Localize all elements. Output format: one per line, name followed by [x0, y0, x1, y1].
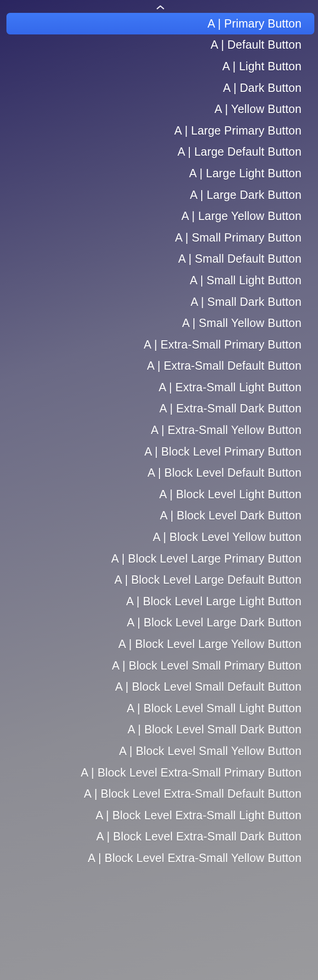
menu-item-label: A | Block Level Large Primary Button	[111, 552, 301, 565]
menu-item[interactable]: A | Large Primary Button	[6, 120, 314, 141]
menu-item-label: A | Small Default Button	[178, 252, 301, 265]
menu-item[interactable]: A | Yellow Button	[6, 98, 314, 120]
menu-item-label: A | Block Level Large Yellow Button	[119, 637, 301, 651]
menu-item-label: A | Extra-Small Yellow Button	[151, 423, 301, 437]
chevron-up-icon	[156, 4, 165, 12]
menu-item[interactable]: A | Block Level Small Primary Button	[6, 655, 314, 676]
menu-item[interactable]: A | Block Level Large Yellow Button	[6, 633, 314, 655]
menu-item-label: A | Extra-Small Dark Button	[159, 402, 301, 415]
menu-item[interactable]: A | Small Primary Button	[6, 227, 314, 248]
menu-item[interactable]: A | Block Level Light Button	[6, 484, 314, 505]
menu-item[interactable]: A | Large Default Button	[6, 141, 314, 163]
menu-item-label: A | Block Level Large Light Button	[126, 595, 301, 608]
menu-item[interactable]: A | Small Default Button	[6, 248, 314, 270]
menu-item-label: A | Light Button	[222, 60, 301, 73]
menu-item[interactable]: A | Large Light Button	[6, 163, 314, 184]
menu-item-label: A | Small Light Button	[190, 274, 301, 287]
menu-item-label: A | Block Level Small Primary Button	[112, 659, 301, 672]
menu-item[interactable]: A | Block Level Extra-Small Primary Butt…	[6, 762, 314, 783]
menu-item-label: A | Extra-Small Default Button	[147, 359, 301, 372]
menu-item[interactable]: A | Block Level Large Dark Button	[6, 612, 314, 634]
menu-item-label: A | Large Yellow Button	[182, 209, 301, 223]
menu-item-label: A | Small Dark Button	[191, 295, 301, 309]
menu-item-label: A | Extra-Small Light Button	[159, 381, 301, 394]
menu-item[interactable]: A | Small Dark Button	[6, 291, 314, 313]
menu-item[interactable]: A | Block Level Primary Button	[6, 441, 314, 462]
menu-item[interactable]: A | Block Level Small Default Button	[6, 676, 314, 698]
menu-item-label: A | Extra-Small Primary Button	[144, 338, 301, 351]
menu-item[interactable]: A | Block Level Dark Button	[6, 505, 314, 527]
menu-item-label: A | Block Level Small Dark Button	[127, 723, 301, 736]
menu-item[interactable]: A | Block Level Default Button	[6, 462, 314, 484]
menu-item-label: A | Primary Button	[207, 17, 301, 30]
menu-item[interactable]: A | Block Level Small Dark Button	[6, 719, 314, 741]
menu-item-label: A | Block Level Default Button	[148, 466, 301, 479]
menu-item[interactable]: A | Block Level Small Light Button	[6, 698, 314, 719]
menu-item-label: A | Default Button	[210, 38, 301, 51]
menu-item-label: A | Block Level Small Light Button	[127, 702, 301, 715]
menu-item[interactable]: A | Block Level Small Yellow Button	[6, 740, 314, 762]
menu-item[interactable]: A | Light Button	[6, 56, 314, 77]
menu-item-label: A | Yellow Button	[215, 102, 301, 116]
menu-item-label: A | Small Primary Button	[175, 231, 301, 244]
menu-item-label: A | Block Level Large Dark Button	[127, 616, 301, 629]
dropdown-menu[interactable]: A | Primary ButtonA | Default ButtonA | …	[5, 0, 316, 873]
menu-item[interactable]: A | Extra-Small Primary Button	[6, 334, 314, 355]
menu-item-label: A | Block Level Extra-Small Primary Butt…	[81, 766, 301, 779]
menu-item-label: A | Block Level Extra-Small Dark Button	[97, 830, 301, 843]
menu-item[interactable]: A | Block Level Extra-Small Light Button	[6, 805, 314, 826]
menu-item-label: A | Block Level Light Button	[159, 488, 301, 501]
menu-item-label: A | Dark Button	[223, 81, 301, 95]
menu-item[interactable]: A | Extra-Small Yellow Button	[6, 419, 314, 441]
menu-item[interactable]: A | Block Level Extra-Small Yellow Butto…	[6, 847, 314, 869]
menu-item[interactable]: A | Block Level Extra-Small Default Butt…	[6, 783, 314, 805]
menu-item-label: A | Block Level Extra-Small Default Butt…	[84, 787, 301, 800]
menu-item[interactable]: A | Large Yellow Button	[6, 205, 314, 227]
scroll-up-button[interactable]	[5, 3, 316, 13]
menu-item-label: A | Block Level Small Default Button	[115, 680, 301, 693]
menu-item[interactable]: A | Small Light Button	[6, 270, 314, 291]
menu-item-label: A | Large Default Button	[177, 145, 301, 158]
menu-item-label: A | Block Level Extra-Small Yellow Butto…	[88, 851, 301, 865]
menu-item-label: A | Large Dark Button	[190, 188, 301, 202]
menu-item-label: A | Block Level Dark Button	[160, 509, 301, 522]
menu-item-label: A | Block Level Small Yellow Button	[119, 744, 301, 758]
menu-item[interactable]: A | Block Level Large Light Button	[6, 591, 314, 612]
menu-item[interactable]: A | Extra-Small Dark Button	[6, 398, 314, 420]
menu-item-label: A | Block Level Primary Button	[144, 445, 301, 458]
menu-item[interactable]: A | Block Level Extra-Small Dark Button	[6, 826, 314, 848]
menu-item-label: A | Large Light Button	[189, 167, 301, 180]
menu-item-label: A | Block Level Large Default Button	[114, 573, 301, 586]
menu-item[interactable]: A | Large Dark Button	[6, 184, 314, 206]
menu-item[interactable]: A | Dark Button	[6, 77, 314, 99]
menu-item[interactable]: A | Block Level Yellow button	[6, 526, 314, 548]
menu-item-label: A | Block Level Yellow button	[153, 530, 301, 544]
menu-item-label: A | Small Yellow Button	[182, 316, 301, 330]
menu-item[interactable]: A | Primary Button	[6, 13, 314, 34]
menu-item[interactable]: A | Extra-Small Default Button	[6, 355, 314, 377]
menu-item[interactable]: A | Default Button	[6, 34, 314, 56]
menu-item[interactable]: A | Small Yellow Button	[6, 312, 314, 334]
menu-item[interactable]: A | Block Level Large Default Button	[6, 569, 314, 591]
menu-item[interactable]: A | Extra-Small Light Button	[6, 377, 314, 398]
menu-item-label: A | Block Level Extra-Small Light Button	[96, 809, 301, 822]
menu-item[interactable]: A | Block Level Large Primary Button	[6, 548, 314, 569]
menu-item-label: A | Large Primary Button	[174, 124, 301, 137]
